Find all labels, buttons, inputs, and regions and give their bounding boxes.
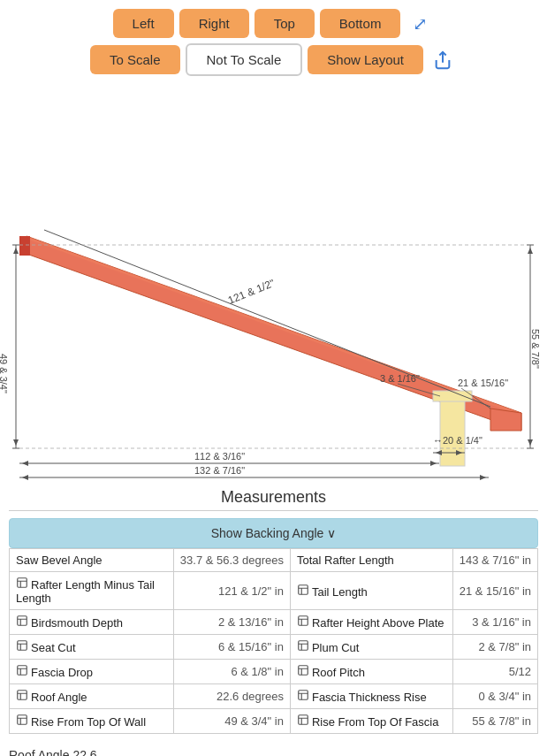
measurements-table: Saw Bevel Angle33.7 & 56.3 degreesTotal … xyxy=(9,548,538,734)
table-row: Seat Cut6 & 15/16" inPlum Cut2 & 7/8" in xyxy=(10,635,538,660)
svg-rect-31 xyxy=(299,715,308,725)
rafter-tail xyxy=(490,409,521,431)
measurement-right-value: 5/12 xyxy=(452,660,537,684)
measurement-right-label: Plum Cut xyxy=(290,635,452,660)
measurement-left-label: Saw Bevel Angle xyxy=(10,549,174,572)
row-icon xyxy=(297,664,309,676)
measurement-left-value: 6 & 1/8" in xyxy=(173,660,290,684)
measurement-left-label: Birdsmouth Depth xyxy=(10,610,174,635)
dim-bottom1-label: 112 & 3/16" xyxy=(194,451,245,462)
toolbar-row2: To Scale Not To Scale Show Layout xyxy=(90,43,457,76)
measurement-left-label: Roof Angle xyxy=(10,684,174,709)
left-height-label: 49 & 3/4" xyxy=(0,354,9,393)
row-icon xyxy=(297,615,309,627)
diagram-area: 121 & 1/2" 49 & 3/4" 55 & 7/8" 112 & 3/1… xyxy=(0,81,547,488)
table-row: Rise From Top Of Wall49 & 3/4" inRise Fr… xyxy=(10,709,538,734)
measurement-right-label: Roof Pitch xyxy=(290,660,452,684)
right-button[interactable]: Right xyxy=(179,9,249,38)
svg-rect-29 xyxy=(299,691,308,700)
bottom-button[interactable]: Bottom xyxy=(320,9,401,38)
share-icon[interactable] xyxy=(429,46,457,74)
show-backing-button[interactable]: Show Backing Angle ∨ xyxy=(9,518,538,548)
measurement-left-value: 121 & 1/2" in xyxy=(173,572,290,610)
right-height-label: 55 & 7/8" xyxy=(530,329,541,369)
measurement-right-label: Fascia Thickness Rise xyxy=(290,684,452,709)
measurement-right-label: Rise From Top Of Fascia xyxy=(290,709,452,734)
measurement-right-value: 0 & 3/4" in xyxy=(452,684,537,709)
measurement-right-label: Total Rafter Length xyxy=(290,549,452,572)
rafter-diagram: 121 & 1/2" 49 & 3/4" 55 & 7/8" 112 & 3/1… xyxy=(0,81,547,488)
svg-rect-25 xyxy=(299,641,308,651)
svg-rect-26 xyxy=(18,666,27,676)
expand-icon[interactable]: ⤢ xyxy=(406,10,434,38)
post-width-label: ↔20 & 1/4" xyxy=(433,435,482,446)
nottoscale-button[interactable]: Not To Scale xyxy=(186,43,303,76)
svg-rect-20 xyxy=(18,578,27,588)
measurements-section: Measurements Show Backing Angle ∨ Saw Be… xyxy=(0,488,547,743)
measurement-right-value: 143 & 7/16" in xyxy=(452,549,537,572)
row-icon xyxy=(297,714,309,726)
measurement-left-label: Seat Cut xyxy=(10,635,174,660)
roof-angle-label: Roof Angle 22.6 xyxy=(9,748,97,756)
top-button[interactable]: Top xyxy=(255,9,315,38)
row-icon xyxy=(16,577,28,589)
row-icon xyxy=(297,689,309,701)
svg-rect-23 xyxy=(299,616,308,626)
row-icon xyxy=(297,639,309,652)
left-end-cap xyxy=(19,236,30,256)
measurement-left-label: Fascia Drop xyxy=(10,660,174,684)
measurement-left-label: Rise From Top Of Wall xyxy=(10,709,174,734)
birdsmouth-label: 3 & 1/16" xyxy=(380,373,420,384)
toscale-button[interactable]: To Scale xyxy=(90,45,180,74)
row-icon xyxy=(16,714,28,726)
row-icon xyxy=(16,664,28,676)
showlayout-button[interactable]: Show Layout xyxy=(308,45,423,74)
toolbar-row1: Left Right Top Bottom ⤢ xyxy=(113,9,435,38)
svg-rect-27 xyxy=(299,666,308,676)
measurement-left-value: 22.6 degrees xyxy=(173,684,290,709)
row-icon xyxy=(16,615,28,627)
svg-rect-24 xyxy=(18,641,27,651)
table-row: Saw Bevel Angle33.7 & 56.3 degreesTotal … xyxy=(10,549,538,572)
measurement-right-value: 3 & 1/16" in xyxy=(452,610,537,635)
measurement-left-label: Rafter Length Minus Tail Length xyxy=(10,572,174,610)
toolbar: Left Right Top Bottom ⤢ To Scale Not To … xyxy=(0,0,547,81)
svg-rect-28 xyxy=(18,691,27,700)
svg-rect-21 xyxy=(299,584,308,594)
measurement-right-value: 55 & 7/8" in xyxy=(452,709,537,734)
table-row: Roof Angle22.6 degreesFascia Thickness R… xyxy=(10,684,538,709)
wall-post xyxy=(440,395,465,466)
measurement-left-value: 33.7 & 56.3 degrees xyxy=(173,549,290,572)
row-icon xyxy=(16,689,28,701)
measurement-right-label: Rafter Height Above Plate xyxy=(290,610,452,635)
left-button[interactable]: Left xyxy=(113,9,174,38)
table-row: Fascia Drop6 & 1/8" inRoof Pitch5/12 xyxy=(10,660,538,684)
row-icon xyxy=(16,639,28,652)
measurement-right-value: 21 & 15/16" in xyxy=(452,572,537,610)
measurement-right-label: Tail Length xyxy=(290,572,452,610)
dim-bottom2-label: 132 & 7/16" xyxy=(194,465,245,476)
table-row: Birdsmouth Depth2 & 13/16" inRafter Heig… xyxy=(10,610,538,635)
footer-text: Roof Angle 22.6 xyxy=(0,743,547,756)
table-row: Rafter Length Minus Tail Length121 & 1/2… xyxy=(10,572,538,610)
measurements-title: Measurements xyxy=(9,488,538,511)
measurement-left-value: 6 & 15/16" in xyxy=(173,635,290,660)
tail-label: 21 & 15/16" xyxy=(458,378,508,388)
svg-rect-22 xyxy=(18,616,27,626)
row-icon xyxy=(297,584,309,596)
measurement-left-value: 49 & 3/4" in xyxy=(173,709,290,734)
measurement-right-value: 2 & 7/8" in xyxy=(452,635,537,660)
measurement-left-value: 2 & 13/16" in xyxy=(173,610,290,635)
svg-rect-30 xyxy=(18,715,27,725)
